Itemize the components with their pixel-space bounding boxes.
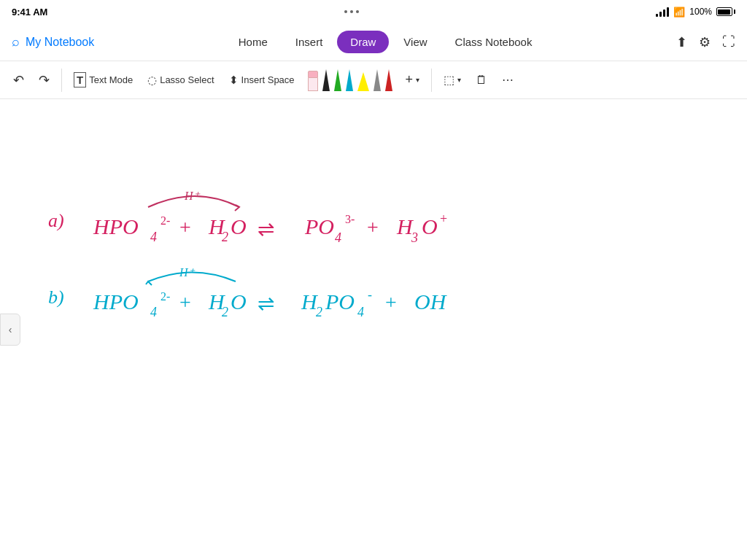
tab-class-notebook[interactable]: Class Notebook — [442, 31, 546, 53]
toolbar: ↶ ↷ T Text Mode ◌ Lasso Select ⬍ Insert … — [0, 61, 747, 99]
chevron-left-icon: ‹ — [9, 324, 12, 335]
nav-left: ⌕ My Notebook — [12, 34, 94, 50]
status-right: 📶 100% — [656, 7, 735, 18]
insert-space-button[interactable]: ⬍ Insert Space — [223, 71, 301, 90]
green-pen-tool[interactable] — [334, 69, 341, 91]
svg-text:3: 3 — [411, 230, 418, 245]
main-content: ‹ a) HPO 4 2- + H 2 O ⇌ PO 4 3- + — [0, 99, 747, 560]
svg-text:PO: PO — [325, 289, 355, 314]
signal-icon — [656, 7, 669, 17]
svg-text:PO: PO — [304, 214, 334, 238]
tab-view[interactable]: View — [390, 31, 440, 53]
insert-space-label: Insert Space — [241, 74, 295, 85]
svg-text:4: 4 — [150, 305, 157, 319]
svg-text:+: + — [385, 291, 397, 314]
svg-text:2-: 2- — [160, 214, 170, 227]
svg-text:O: O — [422, 214, 438, 238]
sidebar-toggle[interactable]: ‹ — [0, 314, 20, 346]
sticky-note-icon: 🗒 — [476, 74, 487, 87]
cyan-pen-tool[interactable] — [346, 69, 353, 91]
red-pen-tool[interactable] — [385, 69, 392, 91]
svg-text:a): a) — [48, 210, 64, 231]
search-icon[interactable]: ⌕ — [12, 34, 20, 50]
svg-text:3-: 3- — [345, 213, 355, 225]
black-pen-tool[interactable] — [322, 69, 330, 91]
lasso-icon: ◌ — [147, 74, 157, 87]
more-options-button[interactable]: ⋯ — [496, 70, 521, 90]
text-mode-label: Text Mode — [89, 74, 133, 85]
add-dropdown-icon: ▾ — [416, 76, 419, 84]
gray-pen-tool[interactable] — [374, 69, 381, 91]
svg-text:2: 2 — [222, 230, 228, 244]
svg-text:HPO: HPO — [93, 214, 139, 238]
svg-text:2: 2 — [316, 305, 322, 319]
svg-text:4: 4 — [335, 230, 341, 245]
undo-button[interactable]: ↶ — [7, 69, 30, 91]
svg-text:⇌: ⇌ — [258, 292, 274, 315]
svg-text:4: 4 — [357, 305, 364, 319]
undo-icon: ↶ — [13, 72, 24, 88]
svg-text:+: + — [367, 216, 379, 238]
redo-icon: ↷ — [39, 72, 50, 88]
svg-text:2-: 2- — [160, 290, 170, 303]
svg-text:+: + — [440, 211, 447, 226]
lasso-select-button[interactable]: ◌ Lasso Select — [142, 71, 220, 90]
battery-icon — [716, 7, 735, 16]
svg-text:OH: OH — [414, 289, 448, 314]
tab-draw[interactable]: Draw — [337, 31, 389, 53]
status-bar: 9:41 AM 📶 100% — [0, 0, 747, 23]
svg-text:O: O — [231, 214, 247, 238]
fullscreen-icon[interactable]: ⛶ — [722, 34, 735, 50]
sticky-note-button[interactable]: 🗒 — [470, 71, 493, 90]
tab-home[interactable]: Home — [225, 31, 281, 53]
nav-tabs: Home Insert Draw View Class Notebook — [225, 31, 546, 53]
selection-tool-button[interactable]: ⬚ ▾ — [438, 70, 467, 90]
nav-bar: ⌕ My Notebook Home Insert Draw View Clas… — [0, 23, 747, 61]
svg-text:2: 2 — [222, 305, 228, 319]
eraser-tool[interactable] — [308, 71, 318, 91]
divider-2 — [431, 69, 432, 92]
text-mode-icon: T — [74, 72, 86, 88]
status-time: 9:41 AM — [12, 7, 47, 18]
redo-button[interactable]: ↷ — [33, 69, 55, 91]
svg-text:b): b) — [48, 287, 64, 308]
insert-space-icon: ⬍ — [229, 74, 239, 87]
wifi-icon: 📶 — [673, 7, 685, 18]
svg-text:HPO: HPO — [93, 289, 139, 314]
nav-title: My Notebook — [26, 36, 94, 49]
handwriting-canvas: a) HPO 4 2- + H 2 O ⇌ PO 4 3- + H 3 O + — [20, 99, 747, 560]
svg-text:⇌: ⇌ — [258, 218, 274, 241]
svg-text:+: + — [179, 291, 191, 314]
selection-dropdown-icon: ▾ — [457, 76, 461, 84]
settings-icon[interactable]: ⚙ — [699, 34, 711, 50]
nav-right: ⬆ ⚙ ⛶ — [676, 34, 735, 50]
svg-text:H⁺: H⁺ — [184, 190, 201, 202]
svg-text:4: 4 — [150, 230, 157, 244]
text-mode-button[interactable]: T Text Mode — [68, 69, 139, 90]
more-icon: ⋯ — [502, 73, 515, 87]
pen-tools — [308, 69, 392, 91]
selection-icon: ⬚ — [444, 73, 454, 87]
add-icon: + — [406, 72, 414, 88]
battery-pct: 100% — [689, 7, 712, 17]
yellow-highlighter-tool[interactable] — [357, 72, 369, 91]
tab-insert[interactable]: Insert — [282, 31, 336, 53]
lasso-select-label: Lasso Select — [160, 74, 214, 85]
svg-text:+: + — [179, 216, 191, 238]
svg-text:H⁺: H⁺ — [179, 266, 196, 279]
status-dots — [344, 10, 359, 13]
canvas-area[interactable]: a) HPO 4 2- + H 2 O ⇌ PO 4 3- + H 3 O + — [20, 99, 747, 560]
svg-text:-: - — [368, 287, 372, 302]
share-icon[interactable]: ⬆ — [676, 34, 687, 50]
divider-1 — [61, 69, 62, 92]
svg-text:O: O — [231, 289, 247, 314]
add-tool-button[interactable]: + ▾ — [400, 69, 426, 90]
